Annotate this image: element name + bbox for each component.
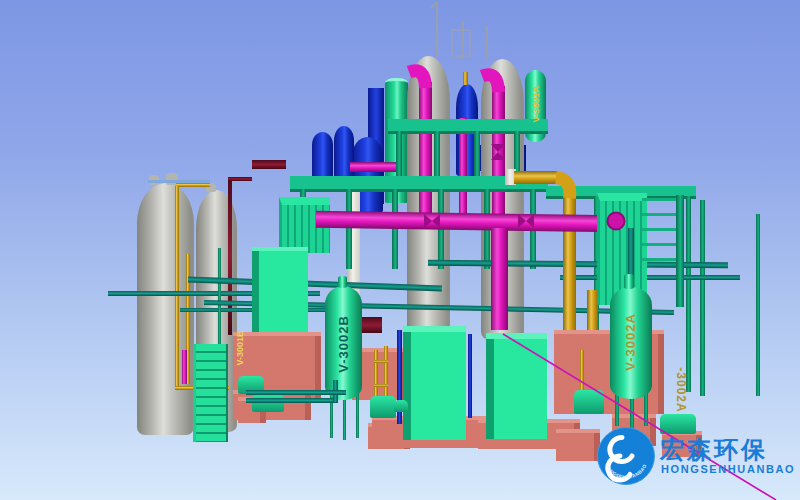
beam-support: [474, 131, 480, 179]
gold-pipe: [175, 186, 179, 388]
agitator-rod: [580, 350, 584, 392]
gold-pipe: [176, 183, 210, 187]
magenta-pipe: [350, 162, 396, 172]
far-post: [700, 200, 705, 396]
beam-support: [434, 131, 440, 179]
green-mast: [218, 248, 221, 348]
magenta-main-header: [316, 211, 618, 233]
blue-vessel-small: [312, 132, 333, 182]
platform-beam-top: [388, 119, 548, 134]
hongsen-h-monogram: [608, 456, 630, 480]
tag-v3002a: V-3002A: [623, 313, 638, 371]
green-box-tank-2: [486, 333, 547, 439]
tag-v3001a: V-3001A: [530, 86, 541, 123]
plant-3d-render: V-3002B V-3002A -3002A V-3001A V-3001B H…: [0, 0, 800, 500]
pump-motor: [394, 400, 408, 412]
company-name-en: HONGSENHUANBAO: [661, 463, 795, 475]
vessel-leg: [356, 392, 359, 438]
platform-leg: [392, 189, 398, 269]
blue-vessel-small: [334, 126, 354, 183]
teal-pipe-run: [560, 275, 740, 280]
vessel-leg: [343, 394, 346, 440]
gold-pipe-header: [514, 171, 558, 184]
company-name-cn: 宏森环保: [660, 434, 768, 466]
vessel-nozzle: [624, 274, 634, 289]
tag-v3001b: V-3001B: [235, 330, 245, 365]
tag-v3002b: V-3002B: [336, 315, 351, 373]
pump: [660, 414, 696, 434]
teal-ground-pipe: [246, 398, 338, 403]
pump: [574, 390, 604, 414]
pedestal: [556, 429, 600, 461]
green-box-tank-1: [403, 326, 466, 440]
wire-frame: [452, 30, 470, 56]
right-frame-post: [686, 196, 691, 392]
instrument: [463, 72, 468, 85]
magenta-riser: [492, 86, 505, 218]
pump: [370, 396, 396, 418]
green-panel-rack: [252, 247, 308, 337]
pump: [252, 394, 284, 412]
agitator-bar: [374, 360, 388, 363]
maroon-pipe: [228, 177, 252, 181]
far-post: [756, 214, 760, 396]
magenta-riser: [419, 82, 432, 218]
hx-end-post: [676, 195, 684, 307]
magenta-downcomer: [491, 228, 508, 330]
teal-ground-pipe: [246, 390, 346, 395]
agitator-bar: [374, 384, 388, 387]
magenta-pipe: [182, 350, 187, 384]
guy-wire: [431, 2, 437, 8]
vessel-nozzle: [338, 276, 347, 288]
tag-3002a: -3002A: [674, 367, 688, 412]
platform-leg: [346, 189, 352, 269]
logo-ring-text: HONGSENHUANBAO: [604, 463, 647, 480]
blue-post: [468, 334, 472, 418]
maroon-pipe: [252, 160, 286, 169]
beam-support: [396, 131, 402, 179]
tie-rods: [642, 198, 678, 270]
ladder-tower: [193, 344, 228, 442]
